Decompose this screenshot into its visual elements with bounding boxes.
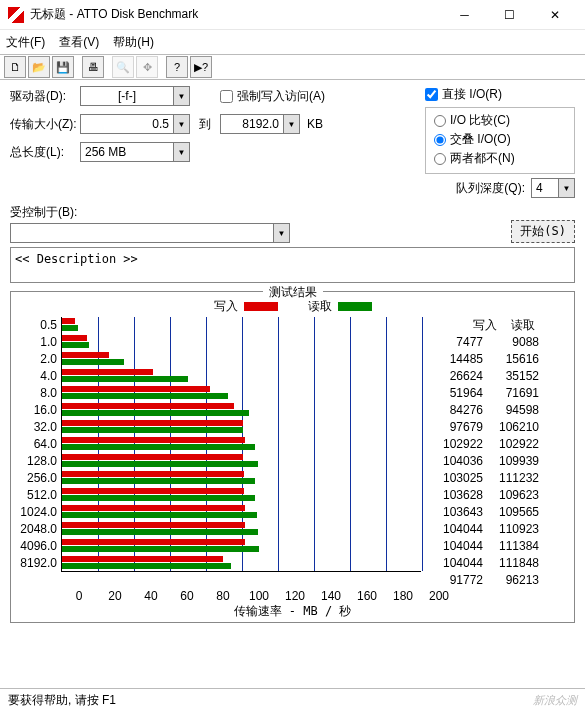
statusbar: 要获得帮助, 请按 F1 新浪众测 bbox=[0, 688, 585, 712]
length-label: 总长度(L): bbox=[10, 144, 80, 161]
table-row: 103628109623 bbox=[427, 487, 539, 504]
size-from-select[interactable]: 0.5▼ bbox=[80, 114, 190, 134]
write-bar bbox=[62, 539, 245, 545]
start-button[interactable]: 开始(S) bbox=[511, 220, 575, 243]
read-bar bbox=[62, 410, 249, 416]
read-bar bbox=[62, 393, 228, 399]
chevron-down-icon: ▼ bbox=[558, 179, 574, 197]
write-bar bbox=[62, 352, 109, 358]
write-bar bbox=[62, 488, 244, 494]
write-bar bbox=[62, 335, 87, 341]
to-label: 到 bbox=[190, 116, 220, 133]
write-bar bbox=[62, 471, 244, 477]
read-bar bbox=[62, 546, 259, 552]
queue-depth-label: 队列深度(Q): bbox=[456, 180, 525, 197]
controlled-by-select[interactable]: ▼ bbox=[10, 223, 290, 243]
new-icon[interactable]: 🗋 bbox=[4, 56, 26, 78]
table-row: 102922102922 bbox=[427, 436, 539, 453]
overlap-io-radio[interactable]: 交叠 I/O(O) bbox=[434, 131, 566, 148]
window-titlebar: 无标题 - ATTO Disk Benchmark ─ ☐ ✕ bbox=[0, 0, 585, 30]
data-table: 7477908814485156162662435152519647169184… bbox=[427, 334, 539, 589]
chevron-down-icon: ▼ bbox=[273, 224, 289, 242]
results-panel: 测试结果 写入 读取 0.51.02.04.08.016.032.064.012… bbox=[10, 291, 575, 623]
kb-label: KB bbox=[300, 117, 330, 131]
table-row: 1448515616 bbox=[427, 351, 539, 368]
chevron-down-icon: ▼ bbox=[173, 143, 189, 161]
maximize-button[interactable]: ☐ bbox=[487, 1, 532, 29]
chevron-down-icon: ▼ bbox=[173, 87, 189, 105]
table-row: 104044110923 bbox=[427, 521, 539, 538]
data-header: 写入读取 bbox=[427, 317, 539, 334]
close-button[interactable]: ✕ bbox=[532, 1, 577, 29]
drive-select[interactable]: [-f-]▼ bbox=[80, 86, 190, 106]
table-row: 104036109939 bbox=[427, 453, 539, 470]
print-icon[interactable]: 🖶 bbox=[82, 56, 104, 78]
read-bar bbox=[62, 359, 124, 365]
write-bar bbox=[62, 403, 234, 409]
table-row: 9177296213 bbox=[427, 572, 539, 589]
queue-depth-select[interactable]: 4▼ bbox=[531, 178, 575, 198]
open-icon[interactable]: 📂 bbox=[28, 56, 50, 78]
write-bar bbox=[62, 556, 223, 562]
table-row: 103025111232 bbox=[427, 470, 539, 487]
controlled-by-label: 受控制于(B): bbox=[10, 204, 503, 221]
write-bar bbox=[62, 522, 245, 528]
io-compare-radio[interactable]: I/O 比较(C) bbox=[434, 112, 566, 129]
size-to-select[interactable]: 8192.0▼ bbox=[220, 114, 300, 134]
chevron-down-icon: ▼ bbox=[173, 115, 189, 133]
table-row: 8427694598 bbox=[427, 402, 539, 419]
read-bar bbox=[62, 427, 243, 433]
menubar: 文件(F) 查看(V) 帮助(H) bbox=[0, 30, 585, 54]
table-row: 104044111848 bbox=[427, 555, 539, 572]
drive-label: 驱动器(D): bbox=[10, 88, 80, 105]
read-bar bbox=[62, 512, 257, 518]
table-row: 104044111384 bbox=[427, 538, 539, 555]
write-bar bbox=[62, 437, 245, 443]
zoom-icon: 🔍 bbox=[112, 56, 134, 78]
y-axis-labels: 0.51.02.04.08.016.032.064.0128.0256.0512… bbox=[15, 317, 61, 589]
table-row: 97679106210 bbox=[427, 419, 539, 436]
direct-io-checkbox[interactable]: 直接 I/O(R) bbox=[425, 86, 502, 103]
force-write-checkbox[interactable]: 强制写入访问(A) bbox=[220, 88, 405, 105]
neither-radio[interactable]: 两者都不(N) bbox=[434, 150, 566, 167]
write-bar bbox=[62, 318, 75, 324]
move-icon: ✥ bbox=[136, 56, 158, 78]
write-bar bbox=[62, 420, 243, 426]
write-bar bbox=[62, 369, 153, 375]
write-bar bbox=[62, 386, 210, 392]
menu-file[interactable]: 文件(F) bbox=[6, 34, 45, 51]
read-bar bbox=[62, 529, 258, 535]
read-bar bbox=[62, 461, 258, 467]
chart-plot bbox=[61, 317, 421, 572]
menu-view[interactable]: 查看(V) bbox=[59, 34, 99, 51]
menu-help[interactable]: 帮助(H) bbox=[113, 34, 154, 51]
watermark: 新浪众测 bbox=[533, 693, 577, 708]
length-select[interactable]: 256 MB▼ bbox=[80, 142, 190, 162]
toolbar: 🗋 📂 💾 🖶 🔍 ✥ ? ▶? bbox=[0, 54, 585, 80]
table-row: 74779088 bbox=[427, 334, 539, 351]
results-title: 测试结果 bbox=[263, 284, 323, 301]
read-bar bbox=[62, 495, 255, 501]
help-icon[interactable]: ? bbox=[166, 56, 188, 78]
minimize-button[interactable]: ─ bbox=[442, 1, 487, 29]
table-row: 103643109565 bbox=[427, 504, 539, 521]
app-icon bbox=[8, 7, 24, 23]
description-box[interactable]: << Description >> bbox=[10, 247, 575, 283]
read-bar bbox=[62, 342, 89, 348]
window-title: 无标题 - ATTO Disk Benchmark bbox=[30, 6, 442, 23]
context-help-icon[interactable]: ▶? bbox=[190, 56, 212, 78]
read-bar bbox=[62, 563, 231, 569]
table-row: 5196471691 bbox=[427, 385, 539, 402]
read-bar bbox=[62, 444, 255, 450]
transfer-size-label: 传输大小(Z): bbox=[10, 116, 80, 133]
io-mode-group: I/O 比较(C) 交叠 I/O(O) 两者都不(N) bbox=[425, 107, 575, 174]
status-text: 要获得帮助, 请按 F1 bbox=[8, 692, 116, 709]
x-axis-labels: 020406080100120140160180200 bbox=[61, 589, 570, 603]
write-bar bbox=[62, 505, 245, 511]
write-bar bbox=[62, 454, 243, 460]
read-bar bbox=[62, 376, 188, 382]
save-icon[interactable]: 💾 bbox=[52, 56, 74, 78]
read-bar bbox=[62, 478, 255, 484]
table-row: 2662435152 bbox=[427, 368, 539, 385]
chevron-down-icon: ▼ bbox=[283, 115, 299, 133]
